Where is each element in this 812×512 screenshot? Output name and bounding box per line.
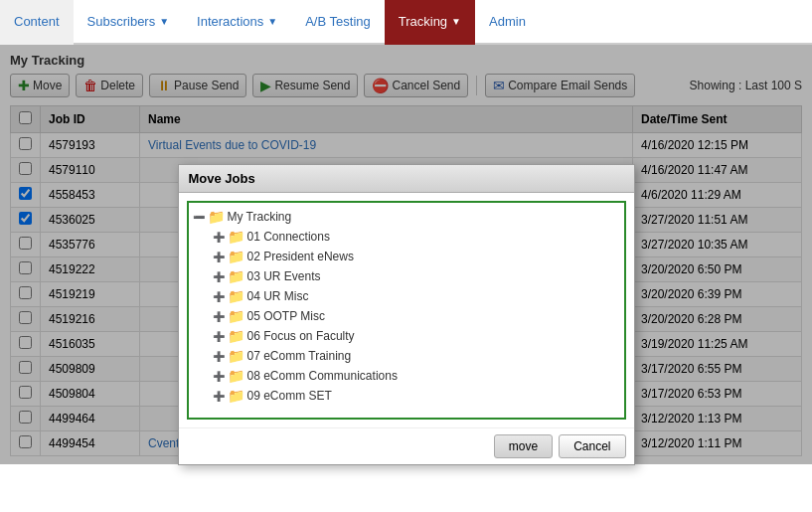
navigation-bar: Content Subscribers ▼ Interactions ▼ A/B… (0, 0, 812, 45)
folder-label: 08 eComm Communications (247, 369, 398, 383)
tree-folder-item[interactable]: ➕📁07 eComm Training (213, 346, 620, 366)
folder-icon: 📁 (228, 348, 244, 364)
nav-item-content[interactable]: Content (0, 0, 74, 45)
folder-expand-icon: ➕ (213, 371, 225, 382)
tree-children: ➕📁01 Connections➕📁02 President eNews➕📁03… (213, 227, 620, 406)
folder-expand-icon: ➕ (213, 351, 225, 362)
folder-expand-icon: ➕ (213, 271, 225, 282)
nav-item-admin[interactable]: Admin (475, 0, 540, 45)
folder-icon: 📁 (228, 229, 244, 245)
nav-tracking-label: Tracking (399, 14, 447, 29)
folder-label: 02 President eNews (247, 250, 354, 263)
subscribers-arrow-icon: ▼ (159, 16, 169, 27)
folder-expand-icon: ➕ (213, 252, 225, 262)
modal-overlay: Move Jobs ➖ 📁 My Tracking ➕📁01 Connectio… (0, 45, 812, 464)
nav-item-subscribers[interactable]: Subscribers ▼ (74, 0, 184, 45)
tracking-arrow-icon: ▼ (451, 16, 461, 27)
tree-folder-item[interactable]: ➕📁02 President eNews (213, 247, 620, 266)
folder-icon: 📁 (228, 249, 244, 264)
folder-label: 07 eComm Training (247, 349, 352, 363)
folder-icon: 📁 (228, 308, 244, 324)
root-label: My Tracking (228, 210, 292, 224)
folder-icon: 📁 (228, 288, 244, 304)
root-collapse-icon: ➖ (193, 212, 205, 223)
folder-tree[interactable]: ➖ 📁 My Tracking ➕📁01 Connections➕📁02 Pre… (187, 201, 626, 420)
move-jobs-modal: Move Jobs ➖ 📁 My Tracking ➕📁01 Connectio… (178, 164, 635, 465)
nav-subscribers-label: Subscribers (87, 14, 156, 29)
folder-expand-icon: ➕ (213, 232, 225, 243)
folder-label: 03 UR Events (247, 269, 321, 283)
tree-folder-item[interactable]: ➕📁06 Focus on Faculty (213, 326, 620, 346)
modal-move-button[interactable]: move (494, 434, 553, 458)
nav-item-tracking[interactable]: Tracking ▼ (385, 0, 475, 45)
interactions-arrow-icon: ▼ (267, 16, 277, 27)
tree-folder-item[interactable]: ➕📁08 eComm Communications (213, 366, 620, 386)
tree-root-item[interactable]: ➖ 📁 My Tracking (193, 207, 620, 227)
folder-icon: 📁 (228, 328, 244, 344)
folder-expand-icon: ➕ (213, 331, 225, 342)
tree-folder-item[interactable]: ➕📁05 OOTP Misc (213, 306, 620, 326)
folder-icon: 📁 (228, 368, 244, 384)
folder-label: 01 Connections (247, 230, 330, 244)
folder-label: 05 OOTP Misc (247, 309, 325, 323)
nav-admin-label: Admin (489, 14, 526, 29)
folder-label: 06 Focus on Faculty (247, 329, 355, 343)
nav-content-label: Content (14, 14, 60, 29)
tree-folder-item[interactable]: ➕📁01 Connections (213, 227, 620, 247)
nav-interactions-label: Interactions (197, 14, 263, 29)
folder-label: 09 eComm SET (247, 389, 332, 403)
modal-title: Move Jobs (179, 165, 634, 193)
tree-folder-item[interactable]: ➕📁03 UR Events (213, 266, 620, 286)
modal-footer: move Cancel (179, 427, 634, 464)
main-content: My Tracking ✚ Move 🗑 Delete ⏸ Pause Send… (0, 45, 812, 464)
modal-cancel-button[interactable]: Cancel (559, 434, 625, 458)
folder-expand-icon: ➕ (213, 291, 225, 302)
folder-expand-icon: ➕ (213, 311, 225, 322)
nav-item-abtesting[interactable]: A/B Testing (291, 0, 385, 45)
tree-folder-item[interactable]: ➕📁09 eComm SET (213, 386, 620, 406)
folder-icon: 📁 (228, 268, 244, 284)
tree-folder-item[interactable]: ➕📁04 UR Misc (213, 286, 620, 306)
root-folder-icon: 📁 (208, 209, 225, 225)
folder-label: 04 UR Misc (247, 289, 309, 303)
nav-item-interactions[interactable]: Interactions ▼ (183, 0, 291, 45)
folder-expand-icon: ➕ (213, 391, 225, 402)
modal-body: ➖ 📁 My Tracking ➕📁01 Connections➕📁02 Pre… (179, 193, 634, 427)
folder-icon: 📁 (228, 388, 244, 404)
nav-abtesting-label: A/B Testing (305, 14, 371, 29)
